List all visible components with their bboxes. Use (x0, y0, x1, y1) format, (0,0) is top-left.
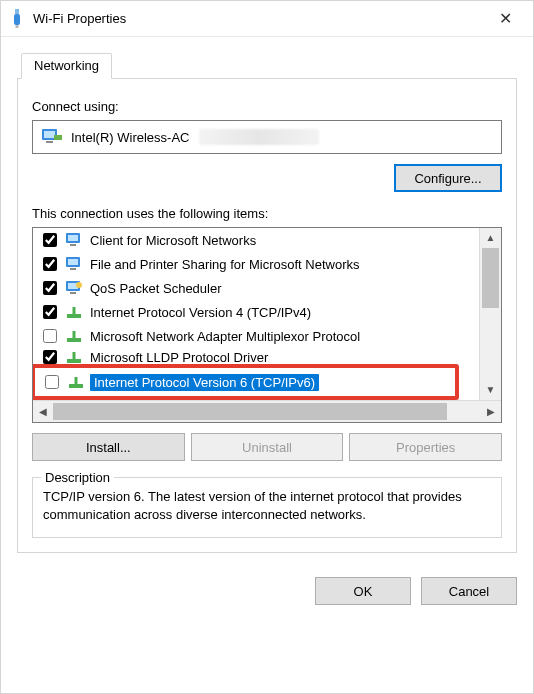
list-item[interactable]: QoS Packet Scheduler (33, 276, 479, 300)
networking-panel: Connect using: Intel(R) Wireless-AC Conf… (17, 79, 517, 553)
svg-rect-5 (46, 141, 53, 143)
svg-rect-1 (14, 14, 20, 25)
install-button[interactable]: Install... (32, 433, 185, 461)
dialog-footer: OK Cancel (1, 563, 533, 619)
description-text: TCP/IP version 6. The latest version of … (43, 488, 491, 523)
monitor-icon (64, 231, 84, 249)
adapter-field: Intel(R) Wireless-AC (32, 120, 502, 154)
list-item[interactable]: Internet Protocol Version 4 (TCP/IPv4) (33, 300, 479, 324)
svg-rect-15 (70, 292, 76, 294)
configure-button[interactable]: Configure... (394, 164, 502, 192)
item-checkbox[interactable] (43, 257, 57, 271)
cancel-button[interactable]: Cancel (421, 577, 517, 605)
svg-rect-18 (73, 307, 76, 315)
svg-rect-9 (70, 244, 76, 246)
item-label: Microsoft Network Adapter Multiplexor Pr… (88, 329, 360, 344)
items-label: This connection uses the following items… (32, 206, 502, 221)
scroll-right-icon[interactable]: ▶ (481, 406, 501, 417)
protocol-icon (64, 303, 84, 321)
scroll-thumb[interactable] (482, 248, 499, 308)
item-label: Microsoft LLDP Protocol Driver (88, 350, 268, 365)
protocol-icon (64, 327, 84, 345)
list-item[interactable]: Microsoft Network Adapter Multiplexor Pr… (33, 324, 479, 348)
horizontal-scrollbar[interactable]: ◀ ▶ (33, 400, 501, 422)
protocol-icon (66, 373, 86, 391)
svg-rect-11 (68, 259, 78, 265)
vertical-scrollbar[interactable]: ▲ ▼ (479, 228, 501, 400)
list-item[interactable]: File and Printer Sharing for Microsoft N… (33, 252, 479, 276)
item-label: Internet Protocol Version 6 (TCP/IPv6) (90, 374, 319, 391)
description-legend: Description (41, 469, 114, 487)
connect-using-label: Connect using: (32, 99, 502, 114)
item-checkbox[interactable] (43, 233, 57, 247)
description-group: Description TCP/IP version 6. The latest… (32, 477, 502, 538)
uninstall-button: Uninstall (191, 433, 344, 461)
item-checkbox[interactable] (43, 305, 57, 319)
item-checkbox[interactable] (43, 329, 57, 343)
scroll-left-icon[interactable]: ◀ (33, 406, 53, 417)
scroll-thumb[interactable] (53, 403, 447, 420)
monitor-icon (64, 255, 84, 273)
protocol-icon (64, 348, 84, 366)
item-label: File and Printer Sharing for Microsoft N… (88, 257, 359, 272)
list-item[interactable]: Internet Protocol Version 6 (TCP/IPv6) (35, 368, 455, 396)
svg-rect-24 (75, 377, 78, 385)
svg-rect-6 (54, 135, 62, 140)
wifi-properties-dialog: Wi-Fi Properties ✕ Networking Connect us… (0, 0, 534, 694)
svg-rect-20 (73, 331, 76, 339)
svg-rect-0 (15, 9, 19, 14)
tab-strip: Networking (17, 51, 517, 79)
list-item[interactable]: Client for Microsoft Networks (33, 228, 479, 252)
svg-rect-8 (68, 235, 78, 241)
scroll-down-icon[interactable]: ▼ (486, 380, 496, 400)
monitor-icon (64, 279, 84, 297)
item-checkbox[interactable] (43, 350, 57, 364)
window-title: Wi-Fi Properties (33, 11, 126, 26)
svg-rect-2 (16, 25, 19, 28)
scroll-up-icon[interactable]: ▲ (486, 228, 496, 248)
adapter-name: Intel(R) Wireless-AC (71, 130, 189, 145)
close-button[interactable]: ✕ (485, 9, 525, 28)
item-label: Internet Protocol Version 4 (TCP/IPv4) (88, 305, 311, 320)
svg-rect-4 (44, 131, 55, 138)
components-listbox[interactable]: Client for Microsoft Networks File and P… (32, 227, 502, 423)
svg-rect-12 (70, 268, 76, 270)
highlight-annotation: Internet Protocol Version 6 (TCP/IPv6) (33, 364, 459, 400)
adapter-name-redacted (199, 129, 319, 145)
app-icon (9, 9, 25, 29)
item-checkbox[interactable] (43, 281, 57, 295)
ok-button[interactable]: OK (315, 577, 411, 605)
properties-button: Properties (349, 433, 502, 461)
svg-rect-22 (73, 352, 76, 360)
item-label: QoS Packet Scheduler (88, 281, 222, 296)
item-checkbox[interactable] (45, 375, 59, 389)
titlebar: Wi-Fi Properties ✕ (1, 1, 533, 37)
nic-icon (41, 127, 63, 148)
item-label: Client for Microsoft Networks (88, 233, 256, 248)
svg-point-16 (76, 282, 82, 288)
tab-networking[interactable]: Networking (21, 53, 112, 79)
